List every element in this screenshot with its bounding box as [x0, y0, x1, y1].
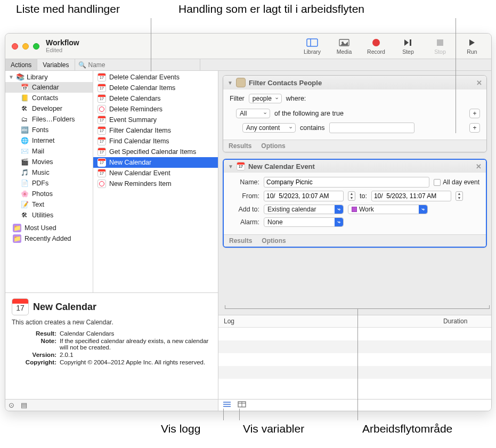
action-item[interactable]: Delete Calendar Events	[93, 72, 218, 83]
filter-segment: Actions Variables	[5, 59, 75, 70]
log-row	[218, 340, 491, 353]
sidebar-item-pdfs[interactable]: 📄PDFs	[5, 178, 93, 189]
to-stepper[interactable]: ▲▼	[456, 191, 463, 201]
action-item[interactable]: Get Specified Calendar Items	[93, 146, 218, 157]
from-datetime-input[interactable]	[264, 191, 344, 201]
add-condition-button[interactable]: +	[469, 109, 480, 118]
description-pane: New Calendar This action creates a new C…	[5, 292, 218, 399]
titlebar: Workflow Edited Library Media Record	[5, 34, 491, 59]
log-col-log[interactable]: Log	[218, 315, 438, 327]
sidebar-item-contacts[interactable]: 📒Contacts	[5, 93, 93, 103]
category-list[interactable]: ▼ 📚 Library 📅Calendar📒Contacts🛠Developer…	[5, 71, 93, 292]
options-tab[interactable]: Options	[261, 142, 285, 150]
options-tab[interactable]: Options	[262, 237, 286, 245]
action-item-label: Delete Calendar Events	[109, 74, 180, 81]
show-variables-button[interactable]	[238, 401, 246, 409]
addto-select[interactable]: Existing calendar⌄	[264, 205, 344, 214]
reminders-icon	[97, 180, 106, 188]
sidebar-item-movies[interactable]: 🎬Movies	[5, 157, 93, 167]
minimize-window-button[interactable]	[22, 43, 29, 50]
action-item[interactable]: Delete Calendar Items	[93, 83, 218, 93]
action-item[interactable]: New Reminders Item	[93, 178, 218, 189]
sidebar-item-utilities[interactable]: 🛠Utilities	[5, 210, 93, 221]
log-row	[218, 353, 491, 366]
action-filter-contacts[interactable]: ▼ Filter Contacts People ✕ Filter people…	[223, 75, 487, 152]
actions-tab[interactable]: Actions	[5, 59, 37, 70]
window-title: Workflow	[46, 38, 79, 47]
filter-select[interactable]: people	[249, 94, 282, 103]
alarm-label: Alarm:	[230, 218, 259, 226]
callout-show-log: Vis logg	[161, 422, 200, 435]
meta-version-key: Version:	[12, 352, 60, 358]
search-input[interactable]	[88, 61, 197, 69]
action-list[interactable]: Delete Calendar EventsDelete Calendar It…	[93, 71, 218, 292]
sidebar-item-fonts[interactable]: 🔤Fonts	[5, 125, 93, 135]
action-item[interactable]: Filter Calendar Items	[93, 125, 218, 136]
variables-tab[interactable]: Variables	[37, 59, 75, 70]
action-new-calendar-event[interactable]: ▼ New Calendar Event ✕ Name: All day eve…	[223, 159, 487, 248]
library-root[interactable]: ▼ 📚 Library	[5, 72, 93, 82]
alarm-select[interactable]: None⌄	[264, 217, 344, 227]
action-item[interactable]: Event Summary	[93, 115, 218, 125]
sidebar-item-recently-added[interactable]: 📁Recently Added	[5, 233, 93, 244]
details-toggle-icon[interactable]: ▤	[21, 401, 27, 409]
action-item-label: Event Summary	[109, 116, 157, 124]
close-icon[interactable]: ✕	[476, 162, 482, 170]
library-toggle-button[interactable]: Library	[299, 38, 325, 55]
filter-label: Filter	[230, 95, 245, 102]
category-icon: 🗂	[20, 115, 29, 124]
category-label: Most Used	[25, 224, 56, 232]
action-item[interactable]: Find Calendar Items	[93, 136, 218, 146]
from-stepper[interactable]: ▲▼	[348, 191, 355, 201]
close-icon[interactable]: ✕	[476, 79, 482, 87]
sidebar-item-internet[interactable]: 🌐Internet	[5, 135, 93, 146]
all-select[interactable]: All	[236, 109, 270, 118]
sidebar-item-mail[interactable]: ✉️Mail	[5, 146, 93, 157]
description-title: New Calendar	[33, 302, 96, 313]
action-header[interactable]: ▼ Filter Contacts People ✕	[223, 76, 486, 89]
condition-value-input[interactable]	[329, 123, 414, 133]
run-button[interactable]: Run	[459, 38, 485, 55]
sidebar-item-text[interactable]: 📝Text	[5, 199, 93, 210]
action-title: Filter Contacts People	[249, 79, 322, 87]
sidebar-item-files-folders[interactable]: 🗂Files…Folders	[5, 114, 93, 125]
action-item[interactable]: New Calendar	[93, 157, 218, 168]
condition-field-select[interactable]: Any content	[242, 123, 296, 133]
sidebar-item-photos[interactable]: 🌸Photos	[5, 189, 93, 199]
category-label: Files…Folders	[32, 116, 75, 123]
action-item[interactable]: Delete Reminders	[93, 104, 218, 115]
add-subcondition-button[interactable]: +	[469, 123, 480, 133]
disclosure-icon: ▼	[9, 74, 14, 80]
log-col-duration[interactable]: Duration	[438, 315, 491, 327]
toolbar: Library Media Record Step	[299, 38, 485, 55]
all-day-checkbox[interactable]: All day event	[434, 178, 479, 186]
disclosure-icon[interactable]: ▼	[228, 164, 233, 169]
results-tab[interactable]: Results	[229, 237, 252, 245]
left-column: ▼ 📚 Library 📅Calendar📒Contacts🛠Developer…	[5, 71, 218, 411]
disclosure-icon[interactable]: ▼	[227, 80, 233, 86]
show-log-button[interactable]	[223, 401, 231, 409]
close-window-button[interactable]	[12, 43, 18, 50]
sidebar-item-calendar[interactable]: 📅Calendar	[5, 82, 93, 93]
action-item[interactable]: New Calendar Event	[93, 168, 218, 178]
media-button[interactable]: Media	[331, 38, 357, 55]
folder-icon: 📁	[13, 234, 21, 243]
record-button[interactable]: Record	[363, 38, 389, 55]
zoom-window-button[interactable]	[33, 43, 39, 50]
sidebar-item-developer[interactable]: 🛠Developer	[5, 103, 93, 114]
reminders-icon	[97, 105, 106, 113]
log-pane: Log Duration	[218, 315, 491, 411]
to-datetime-input[interactable]	[371, 191, 451, 201]
action-item-label: Get Specified Calendar Items	[109, 148, 196, 156]
workflow-area[interactable]: ▼ Filter Contacts People ✕ Filter people…	[218, 71, 491, 315]
action-item[interactable]: Delete Calendars	[93, 93, 218, 104]
sidebar-item-most-used[interactable]: 📁Most Used	[5, 223, 93, 233]
sidebar-item-music[interactable]: 🎵Music	[5, 167, 93, 178]
event-name-input[interactable]	[264, 177, 429, 188]
stop-button[interactable]: Stop	[427, 38, 453, 55]
calendar-select[interactable]: Work⌄	[348, 205, 428, 214]
results-tab[interactable]: Results	[229, 142, 251, 150]
action-header[interactable]: ▼ New Calendar Event ✕	[224, 160, 486, 173]
step-button[interactable]: Step	[395, 38, 421, 55]
log-rows[interactable]	[218, 328, 491, 399]
